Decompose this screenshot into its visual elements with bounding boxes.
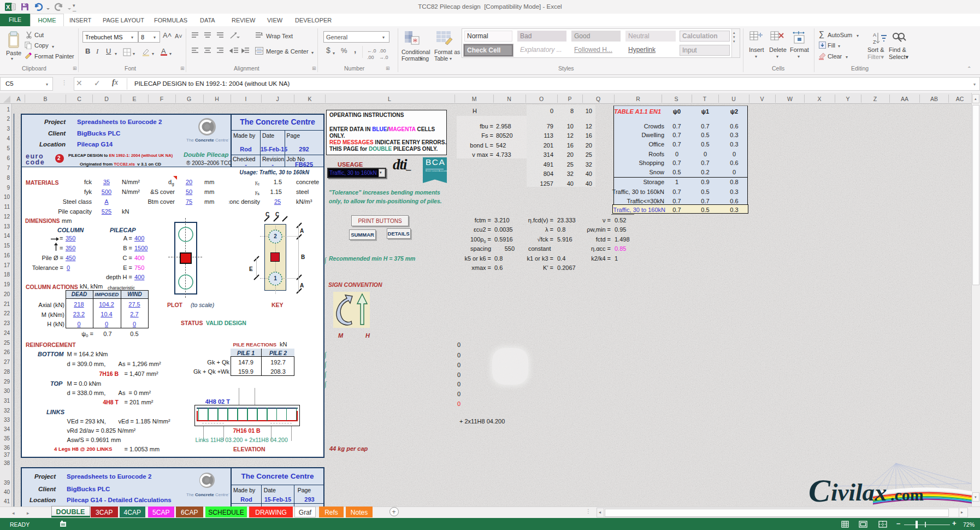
svg-text:C: C — [808, 473, 831, 508]
svg-text:A: A — [873, 32, 876, 38]
svg-text:.com: .com — [890, 486, 924, 504]
svg-text:ivilax: ivilax — [831, 479, 887, 506]
svg-text:Z: Z — [873, 39, 876, 45]
svg-text:X: X — [6, 4, 10, 10]
